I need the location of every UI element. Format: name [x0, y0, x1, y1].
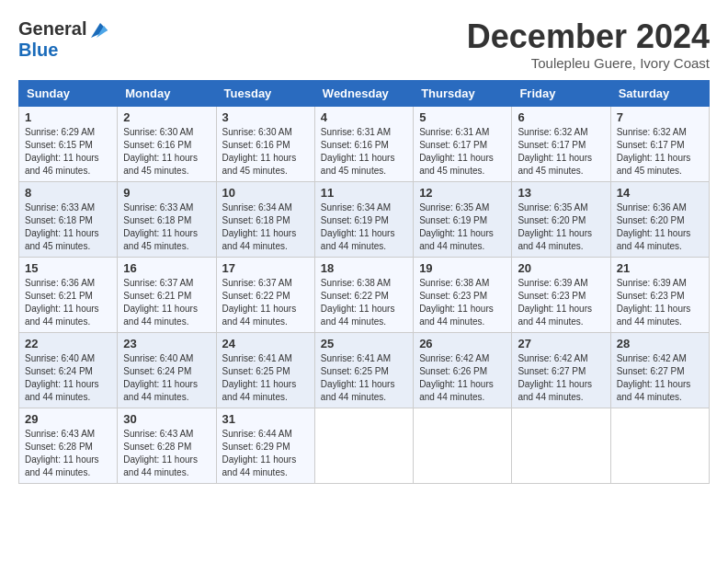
day-detail: Sunrise: 6:41 AMSunset: 6:25 PMDaylight:…	[321, 353, 395, 402]
day-detail: Sunrise: 6:32 AMSunset: 6:17 PMDaylight:…	[518, 127, 592, 176]
day-number: 24	[222, 337, 309, 350]
calendar-cell: 4 Sunrise: 6:31 AMSunset: 6:16 PMDayligh…	[314, 106, 413, 181]
day-detail: Sunrise: 6:33 AMSunset: 6:18 PMDaylight:…	[123, 202, 198, 251]
day-number: 22	[25, 337, 111, 350]
calendar-cell: 1 Sunrise: 6:29 AMSunset: 6:15 PMDayligh…	[19, 106, 118, 181]
day-detail: Sunrise: 6:42 AMSunset: 6:27 PMDaylight:…	[518, 353, 592, 402]
calendar-week-2: 8 Sunrise: 6:33 AMSunset: 6:18 PMDayligh…	[19, 181, 710, 257]
day-number: 30	[123, 412, 210, 426]
day-detail: Sunrise: 6:34 AMSunset: 6:18 PMDaylight:…	[222, 202, 297, 251]
day-number: 19	[419, 261, 506, 275]
day-number: 16	[123, 261, 210, 275]
calendar-header-row: SundayMondayTuesdayWednesdayThursdayFrid…	[19, 80, 710, 106]
calendar-cell: 21 Sunrise: 6:39 AMSunset: 6:23 PMDaylig…	[610, 257, 709, 332]
calendar-cell: 25 Sunrise: 6:41 AMSunset: 6:25 PMDaylig…	[314, 332, 413, 408]
calendar-week-1: 1 Sunrise: 6:29 AMSunset: 6:15 PMDayligh…	[19, 106, 710, 181]
day-number: 28	[617, 337, 703, 350]
day-number: 11	[321, 186, 407, 200]
day-detail: Sunrise: 6:36 AMSunset: 6:21 PMDaylight:…	[25, 278, 99, 327]
calendar-header-saturday: Saturday	[610, 80, 709, 106]
calendar-header-tuesday: Tuesday	[216, 80, 314, 106]
day-number: 13	[518, 186, 604, 200]
day-number: 15	[25, 261, 111, 275]
calendar-cell: 5 Sunrise: 6:31 AMSunset: 6:17 PMDayligh…	[414, 106, 512, 181]
day-number: 25	[321, 337, 407, 350]
calendar-cell: 19 Sunrise: 6:38 AMSunset: 6:23 PMDaylig…	[414, 257, 512, 332]
day-detail: Sunrise: 6:33 AMSunset: 6:18 PMDaylight:…	[25, 202, 99, 251]
month-title: December 2024	[467, 18, 710, 55]
day-detail: Sunrise: 6:30 AMSunset: 6:16 PMDaylight:…	[123, 127, 198, 176]
day-number: 1	[25, 110, 111, 124]
day-detail: Sunrise: 6:39 AMSunset: 6:23 PMDaylight:…	[518, 278, 592, 327]
day-number: 31	[222, 412, 309, 426]
calendar-week-5: 29 Sunrise: 6:43 AMSunset: 6:28 PMDaylig…	[19, 408, 710, 483]
day-number: 7	[617, 110, 703, 124]
day-number: 29	[25, 412, 111, 426]
calendar-cell: 7 Sunrise: 6:32 AMSunset: 6:17 PMDayligh…	[610, 106, 709, 181]
day-detail: Sunrise: 6:30 AMSunset: 6:16 PMDaylight:…	[222, 127, 297, 176]
day-number: 12	[419, 186, 506, 200]
calendar-header-friday: Friday	[512, 80, 610, 106]
logo-icon	[87, 21, 108, 38]
calendar-cell: 2 Sunrise: 6:30 AMSunset: 6:16 PMDayligh…	[118, 106, 216, 181]
calendar-cell: 14 Sunrise: 6:36 AMSunset: 6:20 PMDaylig…	[610, 181, 709, 257]
calendar-cell: 12 Sunrise: 6:35 AMSunset: 6:19 PMDaylig…	[414, 181, 512, 257]
day-detail: Sunrise: 6:37 AMSunset: 6:22 PMDaylight:…	[222, 278, 297, 327]
day-detail: Sunrise: 6:44 AMSunset: 6:29 PMDaylight:…	[222, 429, 297, 477]
day-detail: Sunrise: 6:40 AMSunset: 6:24 PMDaylight:…	[25, 353, 99, 402]
calendar-cell: 18 Sunrise: 6:38 AMSunset: 6:22 PMDaylig…	[314, 257, 413, 332]
calendar-cell: 10 Sunrise: 6:34 AMSunset: 6:18 PMDaylig…	[216, 181, 314, 257]
day-detail: Sunrise: 6:35 AMSunset: 6:19 PMDaylight:…	[419, 202, 494, 251]
day-number: 18	[321, 261, 407, 275]
calendar-header-monday: Monday	[118, 80, 216, 106]
calendar-cell: 27 Sunrise: 6:42 AMSunset: 6:27 PMDaylig…	[512, 332, 610, 408]
calendar-cell: 15 Sunrise: 6:36 AMSunset: 6:21 PMDaylig…	[19, 257, 118, 332]
day-number: 23	[123, 337, 210, 350]
day-number: 17	[222, 261, 309, 275]
day-detail: Sunrise: 6:31 AMSunset: 6:16 PMDaylight:…	[321, 127, 395, 176]
calendar-cell	[512, 408, 610, 483]
calendar-cell: 8 Sunrise: 6:33 AMSunset: 6:18 PMDayligh…	[19, 181, 118, 257]
day-number: 8	[25, 186, 111, 200]
calendar-cell: 11 Sunrise: 6:34 AMSunset: 6:19 PMDaylig…	[314, 181, 413, 257]
calendar-cell: 24 Sunrise: 6:41 AMSunset: 6:25 PMDaylig…	[216, 332, 314, 408]
logo-blue-text: Blue	[18, 40, 58, 61]
calendar-cell: 20 Sunrise: 6:39 AMSunset: 6:23 PMDaylig…	[512, 257, 610, 332]
calendar-cell: 17 Sunrise: 6:37 AMSunset: 6:22 PMDaylig…	[216, 257, 314, 332]
calendar-cell: 29 Sunrise: 6:43 AMSunset: 6:28 PMDaylig…	[19, 408, 118, 483]
day-detail: Sunrise: 6:37 AMSunset: 6:21 PMDaylight:…	[123, 278, 198, 327]
calendar-header-sunday: Sunday	[19, 80, 118, 106]
calendar-week-3: 15 Sunrise: 6:36 AMSunset: 6:21 PMDaylig…	[19, 257, 710, 332]
day-detail: Sunrise: 6:34 AMSunset: 6:19 PMDaylight:…	[321, 202, 395, 251]
day-detail: Sunrise: 6:36 AMSunset: 6:20 PMDaylight:…	[617, 202, 691, 251]
day-number: 20	[518, 261, 604, 275]
day-detail: Sunrise: 6:38 AMSunset: 6:22 PMDaylight:…	[321, 278, 395, 327]
calendar-cell: 9 Sunrise: 6:33 AMSunset: 6:18 PMDayligh…	[118, 181, 216, 257]
calendar-cell	[610, 408, 709, 483]
day-number: 5	[419, 110, 506, 124]
day-detail: Sunrise: 6:40 AMSunset: 6:24 PMDaylight:…	[123, 353, 198, 402]
calendar-cell: 13 Sunrise: 6:35 AMSunset: 6:20 PMDaylig…	[512, 181, 610, 257]
calendar-cell: 16 Sunrise: 6:37 AMSunset: 6:21 PMDaylig…	[118, 257, 216, 332]
day-number: 10	[222, 186, 309, 200]
day-detail: Sunrise: 6:38 AMSunset: 6:23 PMDaylight:…	[419, 278, 494, 327]
day-detail: Sunrise: 6:43 AMSunset: 6:28 PMDaylight:…	[25, 429, 99, 477]
calendar-cell: 30 Sunrise: 6:43 AMSunset: 6:28 PMDaylig…	[118, 408, 216, 483]
day-number: 26	[419, 337, 506, 350]
day-detail: Sunrise: 6:29 AMSunset: 6:15 PMDaylight:…	[25, 127, 99, 176]
logo: General Blue	[18, 18, 108, 61]
day-number: 3	[222, 110, 309, 124]
calendar-cell: 6 Sunrise: 6:32 AMSunset: 6:17 PMDayligh…	[512, 106, 610, 181]
header: General Blue December 2024 Toulepleu Gue…	[18, 18, 710, 71]
day-detail: Sunrise: 6:42 AMSunset: 6:27 PMDaylight:…	[617, 353, 691, 402]
day-number: 27	[518, 337, 604, 350]
day-number: 14	[617, 186, 703, 200]
calendar-week-4: 22 Sunrise: 6:40 AMSunset: 6:24 PMDaylig…	[19, 332, 710, 408]
day-detail: Sunrise: 6:35 AMSunset: 6:20 PMDaylight:…	[518, 202, 592, 251]
day-number: 6	[518, 110, 604, 124]
calendar-header-thursday: Thursday	[414, 80, 512, 106]
day-detail: Sunrise: 6:39 AMSunset: 6:23 PMDaylight:…	[617, 278, 691, 327]
logo-general-text: General	[18, 18, 86, 40]
day-detail: Sunrise: 6:31 AMSunset: 6:17 PMDaylight:…	[419, 127, 494, 176]
day-detail: Sunrise: 6:32 AMSunset: 6:17 PMDaylight:…	[617, 127, 691, 176]
